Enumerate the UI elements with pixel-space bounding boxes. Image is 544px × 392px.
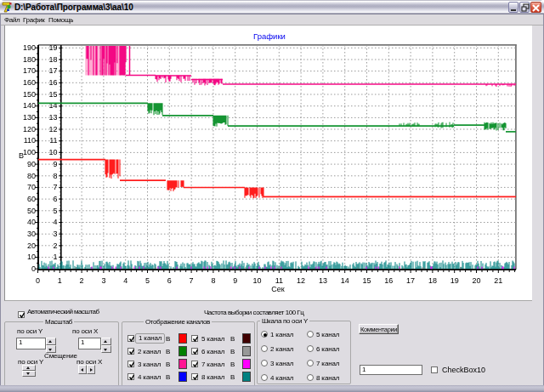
svg-text:11: 11	[49, 136, 57, 145]
svg-text:2: 2	[80, 276, 84, 285]
svg-text:0: 0	[36, 276, 40, 285]
svg-text:10: 10	[48, 148, 57, 156]
svg-text:4: 4	[123, 276, 128, 285]
svg-text:70: 70	[27, 183, 36, 191]
svg-text:16: 16	[384, 276, 393, 285]
svg-text:17: 17	[48, 66, 57, 75]
svg-text:190: 190	[23, 43, 36, 52]
svg-text:6: 6	[53, 195, 57, 203]
svg-text:15: 15	[362, 276, 371, 285]
svg-text:19: 19	[48, 43, 57, 52]
svg-text:3: 3	[53, 230, 57, 238]
svg-text:21: 21	[494, 276, 502, 285]
svg-text:50: 50	[27, 207, 36, 215]
svg-text:9: 9	[53, 160, 57, 168]
svg-text:140: 140	[23, 101, 36, 110]
svg-text:17: 17	[406, 276, 415, 285]
svg-text:130: 130	[23, 113, 36, 122]
svg-text:120: 120	[23, 125, 36, 134]
svg-text:5: 5	[145, 276, 150, 285]
svg-text:40: 40	[27, 218, 36, 226]
svg-text:6: 6	[167, 276, 172, 285]
svg-text:8: 8	[211, 276, 215, 285]
svg-text:В: В	[19, 151, 24, 160]
svg-text:19: 19	[450, 276, 459, 285]
svg-text:11: 11	[275, 276, 283, 285]
svg-text:13: 13	[48, 113, 57, 122]
svg-text:170: 170	[23, 66, 36, 75]
svg-text:15: 15	[48, 90, 57, 99]
svg-text:90: 90	[27, 160, 36, 168]
svg-text:2: 2	[53, 241, 57, 250]
svg-text:10: 10	[27, 253, 36, 261]
svg-text:10: 10	[252, 276, 261, 285]
svg-text:8: 8	[53, 172, 57, 180]
svg-text:20: 20	[472, 276, 480, 285]
svg-text:160: 160	[23, 78, 36, 87]
svg-text:9: 9	[233, 276, 237, 285]
svg-text:3: 3	[101, 276, 105, 285]
svg-text:20: 20	[27, 241, 36, 250]
svg-text:60: 60	[27, 195, 36, 203]
svg-text:1: 1	[58, 276, 62, 285]
svg-text:0: 0	[31, 264, 36, 273]
svg-text:110: 110	[24, 136, 36, 145]
svg-text:18: 18	[428, 276, 437, 285]
svg-text:12: 12	[48, 125, 57, 134]
svg-text:13: 13	[319, 276, 327, 285]
svg-text:5: 5	[53, 207, 57, 215]
svg-text:150: 150	[23, 90, 36, 99]
svg-text:Сек: Сек	[271, 285, 285, 293]
svg-text:Графики: Графики	[253, 31, 286, 41]
svg-text:7: 7	[53, 183, 57, 191]
svg-text:30: 30	[27, 230, 36, 238]
svg-text:1: 1	[53, 253, 57, 261]
svg-text:18: 18	[48, 55, 57, 64]
svg-text:16: 16	[48, 78, 57, 87]
svg-text:12: 12	[297, 276, 305, 285]
svg-text:7: 7	[190, 276, 194, 285]
svg-text:14: 14	[341, 276, 349, 285]
svg-text:180: 180	[23, 55, 36, 64]
svg-text:4: 4	[53, 218, 57, 226]
svg-text:100: 100	[23, 148, 36, 156]
svg-text:80: 80	[27, 172, 36, 180]
